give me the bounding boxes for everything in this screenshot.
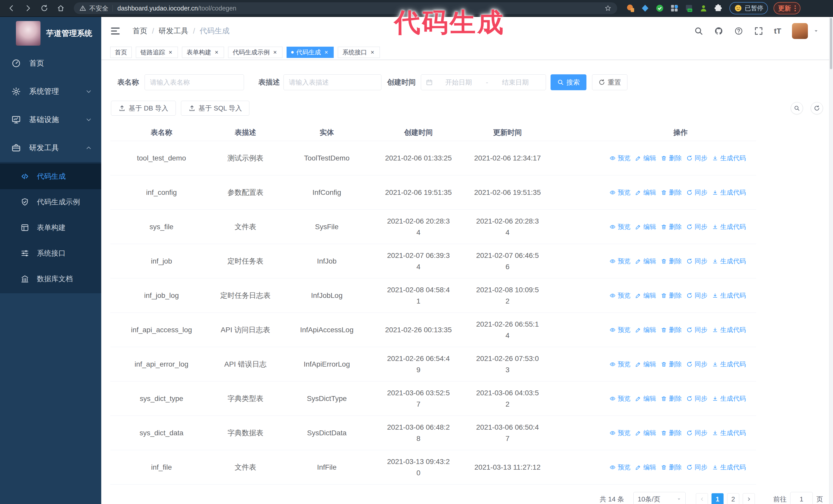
action-delete[interactable]: 删除 bbox=[661, 154, 682, 162]
action-delete[interactable]: 删除 bbox=[661, 429, 682, 437]
action-eye[interactable]: 预览 bbox=[610, 222, 630, 231]
end-date-placeholder[interactable]: 结束日期 bbox=[490, 78, 541, 87]
action-edit[interactable]: 编辑 bbox=[635, 463, 656, 472]
action-eye[interactable]: 预览 bbox=[610, 394, 630, 403]
search-button[interactable]: 搜索 bbox=[551, 74, 587, 90]
import-db-button[interactable]: 基于 DB 导入 bbox=[111, 101, 176, 116]
sidebar-item-tools[interactable]: 研发工具 bbox=[0, 134, 101, 162]
start-date-placeholder[interactable]: 开始日期 bbox=[433, 78, 484, 87]
sidebar-subitem-shield-check[interactable]: 代码生成示例 bbox=[0, 189, 101, 215]
action-eye[interactable]: 预览 bbox=[610, 154, 630, 162]
action-edit[interactable]: 编辑 bbox=[635, 326, 656, 334]
kebab-menu-icon[interactable] bbox=[794, 5, 796, 11]
action-delete[interactable]: 删除 bbox=[661, 360, 682, 368]
action-edit[interactable]: 编辑 bbox=[635, 429, 656, 437]
action-download[interactable]: 生成代码 bbox=[712, 154, 746, 162]
url-bar[interactable]: 不安全 dashboard.yudao.iocoder.cn /tool/cod… bbox=[74, 2, 617, 14]
sidebar-item-infra-monitor[interactable]: 基础设施 bbox=[0, 105, 101, 134]
action-edit[interactable]: 编辑 bbox=[635, 154, 656, 162]
action-eye[interactable]: 预览 bbox=[610, 257, 630, 265]
reset-button[interactable]: 重置 bbox=[592, 74, 627, 90]
page-button-1[interactable]: 1 bbox=[712, 493, 723, 504]
sidebar-subitem-code[interactable]: 代码生成 bbox=[0, 164, 101, 189]
action-download[interactable]: 生成代码 bbox=[712, 257, 746, 265]
prev-page-button[interactable] bbox=[696, 493, 708, 504]
import-sql-button[interactable]: 基于 SQL 导入 bbox=[181, 101, 249, 116]
action-eye[interactable]: 预览 bbox=[610, 429, 630, 437]
extension-grid-icon[interactable] bbox=[670, 4, 679, 13]
action-sync[interactable]: 同步 bbox=[686, 326, 708, 334]
goto-page-input[interactable] bbox=[790, 492, 813, 504]
tab-代码生成示例[interactable]: 代码生成示例× bbox=[228, 47, 282, 58]
extension-orange-icon[interactable] bbox=[626, 4, 635, 13]
extension-gem-icon[interactable] bbox=[641, 4, 650, 13]
action-sync[interactable]: 同步 bbox=[686, 394, 708, 403]
action-delete[interactable]: 删除 bbox=[661, 222, 682, 231]
action-eye[interactable]: 预览 bbox=[610, 360, 630, 368]
action-sync[interactable]: 同步 bbox=[686, 222, 708, 231]
scrollbar-thumb[interactable] bbox=[830, 18, 832, 69]
action-sync[interactable]: 同步 bbox=[686, 360, 708, 368]
table-desc-input[interactable] bbox=[284, 74, 381, 90]
sidebar-item-dashboard[interactable]: 首页 bbox=[0, 49, 101, 77]
browser-back-button[interactable] bbox=[7, 3, 17, 13]
action-download[interactable]: 生成代码 bbox=[712, 326, 746, 334]
page-size-select[interactable]: 10条/页 bbox=[633, 492, 686, 504]
app-logo[interactable]: 芋道管理系统 bbox=[0, 17, 101, 49]
action-sync[interactable]: 同步 bbox=[686, 291, 708, 300]
sidebar-subitem-database-doc[interactable]: 数据库文档 bbox=[0, 266, 101, 292]
help-icon[interactable] bbox=[734, 26, 743, 35]
action-delete[interactable]: 删除 bbox=[661, 326, 682, 334]
github-icon[interactable] bbox=[714, 26, 723, 35]
action-sync[interactable]: 同步 bbox=[686, 429, 708, 437]
extension-puzzle-icon[interactable] bbox=[714, 4, 723, 13]
browser-forward-button[interactable] bbox=[23, 3, 33, 13]
sidebar-item-gear[interactable]: 系统管理 bbox=[0, 77, 101, 105]
close-icon[interactable]: × bbox=[370, 49, 375, 55]
breadcrumb-dev-tools[interactable]: 研发工具 bbox=[159, 26, 188, 36]
close-icon[interactable]: × bbox=[168, 49, 173, 55]
user-avatar[interactable] bbox=[792, 23, 808, 39]
action-delete[interactable]: 删除 bbox=[661, 291, 682, 300]
avatar-caret-down-icon[interactable] bbox=[813, 28, 819, 33]
action-delete[interactable]: 删除 bbox=[661, 463, 682, 472]
action-delete[interactable]: 删除 bbox=[661, 394, 682, 403]
close-icon[interactable]: × bbox=[272, 49, 278, 55]
search-icon[interactable] bbox=[694, 26, 703, 35]
action-download[interactable]: 生成代码 bbox=[712, 222, 746, 231]
next-page-button[interactable] bbox=[743, 493, 755, 504]
action-sync[interactable]: 同步 bbox=[686, 188, 708, 197]
action-eye[interactable]: 预览 bbox=[610, 291, 630, 300]
table-name-input[interactable] bbox=[145, 74, 244, 90]
create-time-range-picker[interactable]: 开始日期 - 结束日期 bbox=[421, 74, 546, 90]
action-download[interactable]: 生成代码 bbox=[712, 188, 746, 197]
breadcrumb-home[interactable]: 首页 bbox=[133, 26, 147, 36]
close-icon[interactable]: × bbox=[214, 49, 219, 55]
tab-系统接口[interactable]: 系统接口× bbox=[338, 47, 380, 58]
action-download[interactable]: 生成代码 bbox=[712, 394, 746, 403]
action-delete[interactable]: 删除 bbox=[661, 188, 682, 197]
action-download[interactable]: 生成代码 bbox=[712, 429, 746, 437]
action-eye[interactable]: 预览 bbox=[610, 188, 630, 197]
action-eye[interactable]: 预览 bbox=[610, 463, 630, 472]
tab-首页[interactable]: 首页 bbox=[110, 47, 132, 58]
hamburger-icon[interactable] bbox=[110, 26, 121, 37]
action-edit[interactable]: 编辑 bbox=[635, 257, 656, 265]
close-icon[interactable]: × bbox=[324, 49, 329, 55]
action-download[interactable]: 生成代码 bbox=[712, 463, 746, 472]
tab-链路追踪[interactable]: 链路追踪× bbox=[136, 47, 178, 58]
browser-home-button[interactable] bbox=[56, 3, 66, 13]
action-eye[interactable]: 预览 bbox=[610, 326, 630, 334]
bookmark-star-icon[interactable] bbox=[604, 5, 612, 12]
action-sync[interactable]: 同步 bbox=[686, 257, 708, 265]
toggle-search-button[interactable] bbox=[791, 102, 803, 114]
page-scrollbar[interactable] bbox=[829, 17, 833, 504]
action-edit[interactable]: 编辑 bbox=[635, 360, 656, 368]
page-button-2[interactable]: 2 bbox=[727, 493, 739, 504]
action-sync[interactable]: 同步 bbox=[686, 463, 708, 472]
action-sync[interactable]: 同步 bbox=[686, 154, 708, 162]
action-edit[interactable]: 编辑 bbox=[635, 222, 656, 231]
extension-green-check-icon[interactable] bbox=[655, 4, 664, 13]
fullscreen-icon[interactable] bbox=[754, 26, 763, 35]
refresh-table-button[interactable] bbox=[811, 102, 823, 114]
